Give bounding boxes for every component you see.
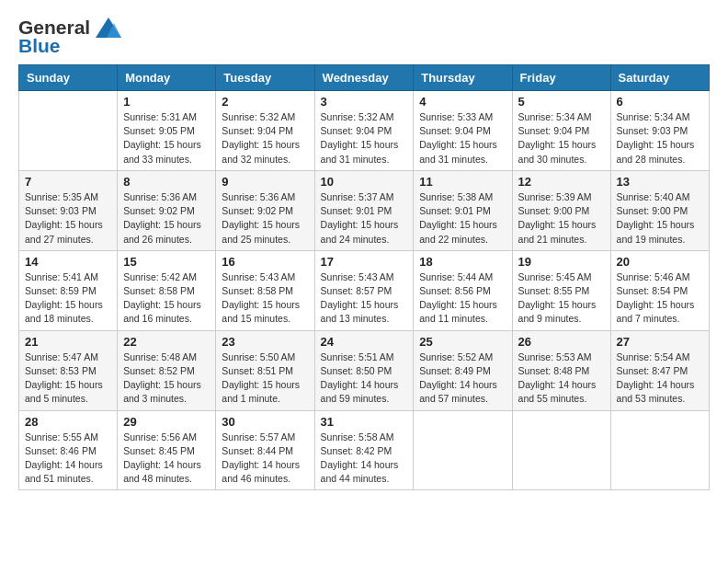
day-info: Sunrise: 5:46 AM Sunset: 8:54 PM Dayligh… bbox=[617, 270, 703, 327]
header-friday: Friday bbox=[512, 65, 610, 91]
day-number: 1 bbox=[123, 95, 210, 109]
calendar-cell: 14Sunrise: 5:41 AM Sunset: 8:59 PM Dayli… bbox=[19, 250, 118, 330]
calendar-cell: 1Sunrise: 5:31 AM Sunset: 9:05 PM Daylig… bbox=[118, 91, 216, 171]
calendar-header-row: Sunday Monday Tuesday Wednesday Thursday… bbox=[19, 65, 710, 91]
day-info: Sunrise: 5:51 AM Sunset: 8:50 PM Dayligh… bbox=[321, 350, 408, 407]
day-number: 29 bbox=[123, 415, 210, 429]
day-info: Sunrise: 5:57 AM Sunset: 8:44 PM Dayligh… bbox=[222, 431, 308, 487]
calendar-cell: 24Sunrise: 5:51 AM Sunset: 8:50 PM Dayli… bbox=[314, 330, 414, 410]
day-number: 8 bbox=[123, 175, 210, 189]
day-info: Sunrise: 5:41 AM Sunset: 8:59 PM Dayligh… bbox=[25, 270, 111, 327]
calendar-cell: 23Sunrise: 5:50 AM Sunset: 8:51 PM Dayli… bbox=[216, 330, 314, 410]
calendar-cell: 20Sunrise: 5:46 AM Sunset: 8:54 PM Dayli… bbox=[610, 250, 709, 330]
day-info: Sunrise: 5:56 AM Sunset: 8:45 PM Dayligh… bbox=[123, 431, 210, 487]
day-info: Sunrise: 5:36 AM Sunset: 9:02 PM Dayligh… bbox=[222, 190, 308, 247]
calendar-cell: 25Sunrise: 5:52 AM Sunset: 8:49 PM Dayli… bbox=[414, 330, 512, 410]
day-number: 18 bbox=[419, 255, 506, 269]
calendar-cell: 16Sunrise: 5:43 AM Sunset: 8:58 PM Dayli… bbox=[216, 250, 314, 330]
calendar-cell: 10Sunrise: 5:37 AM Sunset: 9:01 PM Dayli… bbox=[314, 170, 414, 250]
day-info: Sunrise: 5:37 AM Sunset: 9:01 PM Dayligh… bbox=[321, 190, 408, 247]
calendar-cell: 12Sunrise: 5:39 AM Sunset: 9:00 PM Dayli… bbox=[512, 170, 610, 250]
day-info: Sunrise: 5:35 AM Sunset: 9:03 PM Dayligh… bbox=[25, 190, 111, 247]
day-number: 23 bbox=[222, 335, 308, 349]
day-info: Sunrise: 5:43 AM Sunset: 8:58 PM Dayligh… bbox=[222, 270, 308, 327]
page: General Blue Sunday Monday Tuesday Wedne… bbox=[0, 0, 728, 563]
logo: General Blue bbox=[18, 17, 121, 57]
day-info: Sunrise: 5:38 AM Sunset: 9:01 PM Dayligh… bbox=[419, 190, 506, 247]
day-info: Sunrise: 5:32 AM Sunset: 9:04 PM Dayligh… bbox=[321, 110, 408, 167]
day-number: 9 bbox=[222, 175, 308, 189]
calendar-cell: 27Sunrise: 5:54 AM Sunset: 8:47 PM Dayli… bbox=[610, 330, 709, 410]
calendar-cell: 7Sunrise: 5:35 AM Sunset: 9:03 PM Daylig… bbox=[19, 170, 118, 250]
day-info: Sunrise: 5:47 AM Sunset: 8:53 PM Dayligh… bbox=[25, 350, 111, 407]
day-info: Sunrise: 5:58 AM Sunset: 8:42 PM Dayligh… bbox=[321, 431, 408, 487]
day-number: 30 bbox=[222, 415, 308, 429]
calendar-cell bbox=[414, 410, 512, 490]
week-row-1: 1Sunrise: 5:31 AM Sunset: 9:05 PM Daylig… bbox=[19, 91, 710, 171]
header-wednesday: Wednesday bbox=[314, 65, 414, 91]
calendar-cell: 18Sunrise: 5:44 AM Sunset: 8:56 PM Dayli… bbox=[414, 250, 512, 330]
calendar-cell: 28Sunrise: 5:55 AM Sunset: 8:46 PM Dayli… bbox=[19, 410, 118, 490]
day-number: 10 bbox=[321, 175, 408, 189]
day-number: 28 bbox=[25, 415, 111, 429]
calendar-cell: 11Sunrise: 5:38 AM Sunset: 9:01 PM Dayli… bbox=[414, 170, 512, 250]
day-number: 15 bbox=[123, 255, 210, 269]
day-number: 22 bbox=[123, 335, 210, 349]
calendar-cell: 13Sunrise: 5:40 AM Sunset: 9:00 PM Dayli… bbox=[610, 170, 709, 250]
day-info: Sunrise: 5:44 AM Sunset: 8:56 PM Dayligh… bbox=[419, 270, 506, 327]
calendar-cell: 9Sunrise: 5:36 AM Sunset: 9:02 PM Daylig… bbox=[216, 170, 314, 250]
day-info: Sunrise: 5:50 AM Sunset: 8:51 PM Dayligh… bbox=[222, 350, 308, 407]
day-number: 20 bbox=[617, 255, 703, 269]
header: General Blue bbox=[18, 17, 710, 57]
header-monday: Monday bbox=[118, 65, 216, 91]
calendar-cell: 4Sunrise: 5:33 AM Sunset: 9:04 PM Daylig… bbox=[414, 91, 512, 171]
day-number: 24 bbox=[321, 335, 408, 349]
day-info: Sunrise: 5:40 AM Sunset: 9:00 PM Dayligh… bbox=[617, 190, 703, 247]
calendar-cell: 19Sunrise: 5:45 AM Sunset: 8:55 PM Dayli… bbox=[512, 250, 610, 330]
calendar-cell: 6Sunrise: 5:34 AM Sunset: 9:03 PM Daylig… bbox=[610, 91, 709, 171]
day-info: Sunrise: 5:55 AM Sunset: 8:46 PM Dayligh… bbox=[25, 431, 111, 487]
day-info: Sunrise: 5:53 AM Sunset: 8:48 PM Dayligh… bbox=[518, 350, 605, 407]
calendar-cell: 31Sunrise: 5:58 AM Sunset: 8:42 PM Dayli… bbox=[314, 410, 414, 490]
header-sunday: Sunday bbox=[19, 65, 118, 91]
day-number: 5 bbox=[518, 95, 605, 109]
calendar-cell bbox=[610, 410, 709, 490]
calendar-cell: 17Sunrise: 5:43 AM Sunset: 8:57 PM Dayli… bbox=[314, 250, 414, 330]
day-number: 3 bbox=[321, 95, 408, 109]
day-number: 2 bbox=[222, 95, 308, 109]
day-number: 21 bbox=[25, 335, 111, 349]
header-thursday: Thursday bbox=[414, 65, 512, 91]
day-info: Sunrise: 5:39 AM Sunset: 9:00 PM Dayligh… bbox=[518, 190, 605, 247]
day-info: Sunrise: 5:52 AM Sunset: 8:49 PM Dayligh… bbox=[419, 350, 506, 407]
calendar: Sunday Monday Tuesday Wednesday Thursday… bbox=[18, 64, 710, 490]
week-row-5: 28Sunrise: 5:55 AM Sunset: 8:46 PM Dayli… bbox=[19, 410, 710, 490]
day-number: 25 bbox=[419, 335, 506, 349]
day-number: 4 bbox=[419, 95, 506, 109]
week-row-2: 7Sunrise: 5:35 AM Sunset: 9:03 PM Daylig… bbox=[19, 170, 710, 250]
day-info: Sunrise: 5:54 AM Sunset: 8:47 PM Dayligh… bbox=[617, 350, 703, 407]
calendar-cell: 21Sunrise: 5:47 AM Sunset: 8:53 PM Dayli… bbox=[19, 330, 118, 410]
day-info: Sunrise: 5:33 AM Sunset: 9:04 PM Dayligh… bbox=[419, 110, 506, 167]
header-tuesday: Tuesday bbox=[216, 65, 314, 91]
day-info: Sunrise: 5:34 AM Sunset: 9:04 PM Dayligh… bbox=[518, 110, 605, 167]
day-number: 11 bbox=[419, 175, 506, 189]
week-row-3: 14Sunrise: 5:41 AM Sunset: 8:59 PM Dayli… bbox=[19, 250, 710, 330]
logo-icon bbox=[96, 17, 121, 38]
day-number: 13 bbox=[617, 175, 703, 189]
day-number: 17 bbox=[321, 255, 408, 269]
calendar-cell: 15Sunrise: 5:42 AM Sunset: 8:58 PM Dayli… bbox=[118, 250, 216, 330]
calendar-cell: 30Sunrise: 5:57 AM Sunset: 8:44 PM Dayli… bbox=[216, 410, 314, 490]
day-info: Sunrise: 5:36 AM Sunset: 9:02 PM Dayligh… bbox=[123, 190, 210, 247]
logo-blue-text: Blue bbox=[18, 35, 61, 57]
week-row-4: 21Sunrise: 5:47 AM Sunset: 8:53 PM Dayli… bbox=[19, 330, 710, 410]
day-number: 14 bbox=[25, 255, 111, 269]
day-info: Sunrise: 5:48 AM Sunset: 8:52 PM Dayligh… bbox=[123, 350, 210, 407]
day-number: 6 bbox=[617, 95, 703, 109]
calendar-cell: 2Sunrise: 5:32 AM Sunset: 9:04 PM Daylig… bbox=[216, 91, 314, 171]
day-number: 19 bbox=[518, 255, 605, 269]
day-number: 27 bbox=[617, 335, 703, 349]
calendar-cell: 3Sunrise: 5:32 AM Sunset: 9:04 PM Daylig… bbox=[314, 91, 414, 171]
day-number: 16 bbox=[222, 255, 308, 269]
calendar-cell: 29Sunrise: 5:56 AM Sunset: 8:45 PM Dayli… bbox=[118, 410, 216, 490]
day-number: 26 bbox=[518, 335, 605, 349]
